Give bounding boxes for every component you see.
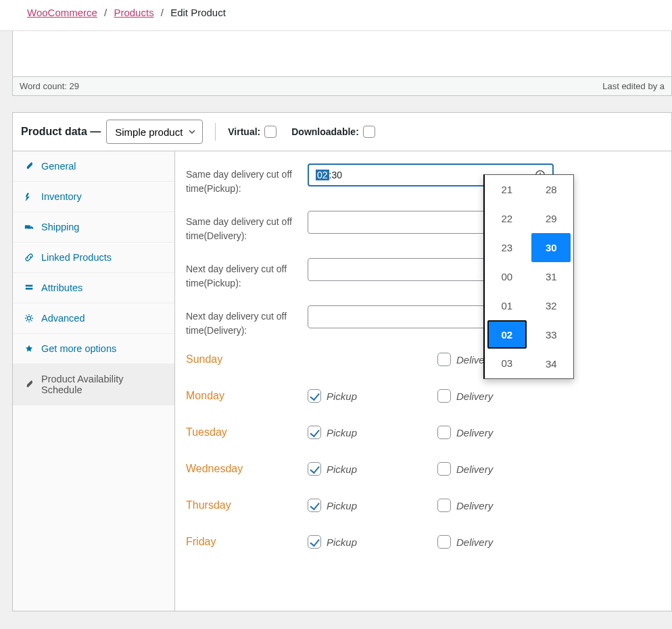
virtual-checkbox[interactable]	[264, 126, 277, 138]
tab-label: Shipping	[41, 222, 79, 232]
minute-option[interactable]: 30	[531, 233, 571, 262]
time-value: 02:30	[316, 170, 342, 180]
panel-title: Product data —	[21, 126, 101, 138]
breadcrumb-current: Edit Product	[170, 7, 226, 18]
product-data-header: Product data — Simple product Virtual: D…	[13, 113, 671, 151]
breadcrumb-sep: /	[100, 7, 111, 18]
day-row-wednesday: WednesdayPickupDelivery	[186, 462, 661, 476]
pickup-checkbox[interactable]	[308, 499, 321, 512]
tab-shipping[interactable]: Shipping	[13, 212, 174, 243]
tab-label: Get more options	[41, 343, 116, 354]
hour-option[interactable]: 22	[487, 204, 527, 233]
linked-icon	[24, 252, 34, 263]
hour-option[interactable]: 03	[487, 349, 527, 378]
last-edited: Last edited by a	[602, 81, 665, 91]
delivery-label: Delivery	[456, 463, 493, 475]
hour-option[interactable]: 02	[487, 320, 527, 349]
tab-inventory[interactable]: Inventory	[13, 182, 174, 212]
delivery-checkbox[interactable]	[437, 389, 451, 403]
tab-label: Advanced	[41, 313, 85, 324]
day-name: Tuesday	[186, 426, 308, 438]
day-row-monday: MondayPickupDelivery	[186, 389, 661, 403]
day-row-thursday: ThursdayPickupDelivery	[186, 499, 661, 512]
product-data-tabs: GeneralInventoryShippingLinked ProductsA…	[13, 151, 175, 611]
tab-label: Linked Products	[41, 252, 112, 263]
svg-point-5	[27, 316, 30, 320]
svg-rect-3	[26, 285, 33, 287]
tab-label: General	[41, 161, 76, 172]
breadcrumb-root[interactable]: WooCommerce	[27, 7, 97, 18]
minute-option[interactable]: 33	[531, 320, 571, 349]
pickup-checkbox[interactable]	[308, 426, 321, 439]
tab-label: Inventory	[41, 191, 82, 202]
minute-option[interactable]: 28	[531, 175, 571, 204]
delivery-checkbox[interactable]	[437, 353, 451, 366]
day-name: Friday	[186, 536, 308, 548]
day-name: Thursday	[186, 499, 308, 511]
tab-general[interactable]: General	[13, 151, 174, 182]
delivery-label: Delivery	[456, 536, 493, 548]
minute-option[interactable]: 34	[531, 349, 571, 378]
minute-option[interactable]: 31	[531, 262, 571, 291]
delivery-checkbox[interactable]	[437, 499, 451, 512]
breadcrumb-section[interactable]: Products	[114, 7, 153, 18]
advanced-icon	[24, 313, 34, 324]
downloadable-checkbox[interactable]	[363, 126, 375, 138]
tab-advanced[interactable]: Advanced	[13, 303, 174, 334]
pickup-label: Pickup	[327, 500, 357, 511]
general-icon	[24, 161, 34, 172]
delivery-label: Delivery	[456, 391, 493, 402]
delivery-checkbox[interactable]	[437, 535, 451, 549]
getmore-icon	[24, 343, 34, 354]
field-label-cutoff-delivery-next: Next day delivery cut off time(Delivery)…	[186, 305, 308, 338]
virtual-label: Virtual:	[228, 126, 260, 137]
hour-option[interactable]: 01	[487, 291, 527, 320]
breadcrumb: WooCommerce / Products / Edit Product	[0, 0, 672, 31]
pickup-checkbox[interactable]	[308, 389, 321, 403]
tab-schedule[interactable]: Product Availability Schedule	[13, 364, 174, 405]
tab-getmore[interactable]: Get more options	[13, 334, 174, 364]
pickup-checkbox[interactable]	[308, 462, 321, 476]
attributes-icon	[24, 282, 34, 293]
tab-label: Attributes	[41, 282, 82, 293]
day-row-tuesday: TuesdayPickupDelivery	[186, 426, 661, 439]
field-label-cutoff-pickup-next: Next day delivery cut off time(Pickup):	[186, 258, 308, 291]
hour-option[interactable]: 00	[487, 262, 527, 291]
delivery-label: Delivery	[456, 427, 493, 438]
product-data-panel: Product data — Simple product Virtual: D…	[12, 112, 672, 611]
hour-option[interactable]: 21	[487, 175, 527, 204]
divider	[215, 123, 216, 141]
field-label-cutoff-delivery-same: Same day delivery cut off time(Delivery)…	[186, 211, 308, 243]
field-label-cutoff-pickup-same: Same day delivery cut off time(Pickup):	[186, 163, 308, 196]
day-row-friday: FridayPickupDelivery	[186, 535, 661, 549]
hour-option[interactable]: 23	[487, 233, 527, 262]
pickup-label: Pickup	[327, 536, 357, 548]
svg-point-1	[26, 228, 28, 230]
day-name: Monday	[186, 390, 308, 402]
shipping-icon	[24, 222, 34, 232]
day-name: Sunday	[186, 353, 308, 366]
pickup-label: Pickup	[327, 463, 357, 475]
time-picker-dropdown[interactable]: 21222300010203 28293031323334	[483, 174, 574, 379]
delivery-label: Delivery	[456, 500, 493, 511]
minute-option[interactable]: 32	[531, 291, 571, 320]
tab-attributes[interactable]: Attributes	[13, 273, 174, 303]
svg-rect-4	[26, 288, 33, 290]
pickup-label: Pickup	[327, 391, 357, 402]
status-bar: Word count: 29 Last edited by a	[12, 77, 672, 96]
minute-option[interactable]: 29	[531, 204, 571, 233]
day-row-sunday: SundayDelivery	[186, 353, 661, 366]
pickup-checkbox[interactable]	[308, 535, 321, 549]
product-type-select[interactable]: Simple product	[106, 120, 203, 144]
downloadable-label: Downloadable:	[291, 126, 359, 137]
word-count: Word count: 29	[20, 81, 79, 91]
breadcrumb-sep: /	[157, 7, 168, 18]
schedule-icon	[24, 379, 34, 390]
editor-area	[12, 31, 672, 77]
delivery-checkbox[interactable]	[437, 426, 451, 439]
svg-rect-0	[25, 225, 30, 228]
tab-linked[interactable]: Linked Products	[13, 243, 174, 273]
svg-point-2	[30, 228, 32, 230]
day-name: Wednesday	[186, 463, 308, 475]
delivery-checkbox[interactable]	[437, 462, 451, 476]
